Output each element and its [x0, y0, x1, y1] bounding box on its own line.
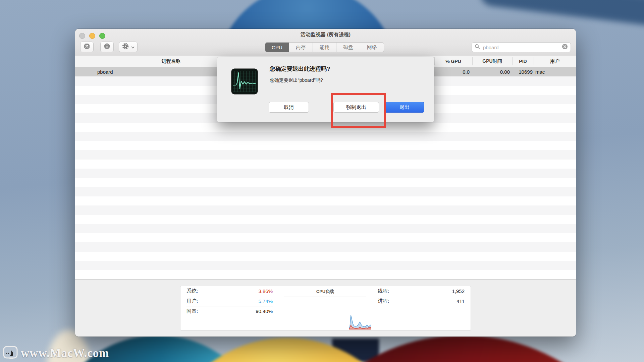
cpu-load-panel: CPU负载 — [279, 286, 372, 330]
wallpaper-dark-streak — [479, 0, 644, 27]
stat-label: 系统: — [186, 288, 198, 294]
stat-value: 1,952 — [452, 288, 465, 294]
stat-row-threads: 线程: 1,952 — [378, 286, 465, 296]
cancel-button[interactable]: 取消 — [269, 102, 309, 113]
quit-process-icon — [84, 43, 90, 51]
chevron-down-icon — [131, 44, 135, 50]
desktop: www.MacW.com 活动监视器 (所有进程) — [0, 0, 644, 362]
stat-label: 线程: — [378, 288, 389, 294]
stat-row-system: 系统: 3.86% — [186, 286, 273, 296]
column-header-pid[interactable]: PID — [512, 56, 534, 67]
process-stats-panel: 线程: 1,952 进程: 411 — [372, 286, 471, 330]
annotation-highlight-box — [331, 93, 386, 128]
macw-logo-icon — [3, 345, 18, 362]
gpu-cell: 0.0 — [434, 67, 470, 76]
pid-cell: 10699 — [512, 67, 533, 76]
view-segmented-control: CPU 内存 能耗 磁盘 网络 — [265, 42, 384, 52]
search-input[interactable] — [482, 44, 559, 51]
clear-search-icon[interactable] — [562, 44, 568, 51]
tab-memory[interactable]: 内存 — [289, 43, 313, 52]
tab-energy[interactable]: 能耗 — [313, 43, 336, 52]
stat-value: 90.40% — [256, 308, 273, 314]
footer-stats: 系统: 3.86% 用户: 5.74% 闲置: 90.40% CPU负载 — [75, 279, 576, 337]
quit-process-button[interactable] — [80, 42, 94, 52]
quit-process-dialog: 您确定要退出此进程吗? 您确定要退出“pboard”吗? 取消 强制退出 退出 — [217, 57, 434, 122]
tab-network[interactable]: 网络 — [360, 43, 384, 52]
search-icon — [475, 44, 480, 51]
process-name-cell: pboard — [97, 67, 231, 76]
cpu-load-divider — [284, 297, 366, 297]
tab-cpu[interactable]: CPU — [265, 43, 289, 52]
cpu-load-chart — [349, 312, 371, 329]
window-chrome: 活动监视器 (所有进程) — [75, 29, 576, 56]
stat-label: 闲置: — [186, 308, 198, 314]
stat-value: 3.86% — [258, 288, 273, 294]
stat-row-user: 用户: 5.74% — [186, 296, 273, 306]
tab-disk[interactable]: 磁盘 — [336, 43, 360, 52]
stat-row-processes: 进程: 411 — [378, 296, 465, 306]
column-header-gpu-time[interactable]: GPU时间 — [472, 56, 512, 67]
cpu-usage-panel: 系统: 3.86% 用户: 5.74% 闲置: 90.40% — [180, 286, 279, 330]
quit-button[interactable]: 退出 — [385, 102, 424, 113]
cpu-load-title: CPU负载 — [279, 286, 372, 295]
dialog-message: 您确定要退出“pboard”吗? — [270, 77, 323, 83]
column-header-gpu[interactable]: % GPU — [434, 56, 472, 67]
activity-monitor-app-icon — [231, 68, 258, 96]
watermark-text: www.MacW.com — [21, 347, 109, 360]
stat-value: 411 — [457, 298, 465, 304]
user-cell: mac — [535, 67, 572, 76]
stat-label: 进程: — [378, 298, 389, 304]
gear-icon — [122, 43, 129, 51]
column-header-user[interactable]: 用户 — [534, 56, 576, 67]
gpu-time-cell: 0.00 — [472, 67, 510, 76]
stat-row-idle: 闲置: 90.40% — [186, 306, 273, 316]
inspect-process-button[interactable] — [100, 42, 114, 52]
watermark: www.MacW.com — [3, 345, 109, 362]
stat-label: 用户: — [186, 298, 198, 304]
window-title: 活动监视器 (所有进程) — [75, 32, 576, 38]
search-field[interactable] — [472, 42, 571, 52]
dialog-title: 您确定要退出此进程吗? — [270, 65, 330, 73]
stat-value: 5.74% — [258, 298, 273, 304]
activity-monitor-window: 活动监视器 (所有进程) — [75, 29, 576, 337]
info-icon — [104, 43, 110, 51]
settings-menu-button[interactable] — [119, 42, 138, 52]
